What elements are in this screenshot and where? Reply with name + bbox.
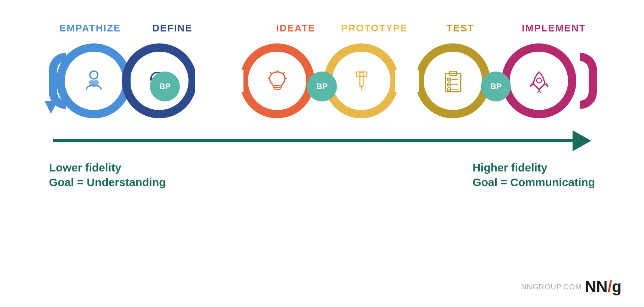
nngroup-site-text: NNGROUP.COM [521,283,582,291]
main-container: EMPATHIZE DEFINE IDEATE PROTOTYPE TEST I… [0,0,644,307]
empathize-icon [81,68,107,94]
goal-communicating-label: Goal = Communicating [472,176,595,189]
svg-point-27 [537,78,542,83]
lower-fidelity-label: Lower fidelity [49,161,166,174]
bottom-labels: Lower fidelity Goal = Understanding High… [42,161,602,189]
svg-rect-5 [274,87,280,89]
arrow-row [42,131,602,150]
svg-point-1 [90,71,98,79]
timeline-arrowhead [573,130,591,151]
nngroup-logo: NNGROUP.COM NN/g [521,278,622,296]
phase-label-ideate: IDEATE [258,22,333,34]
phase-label-define: DEFINE [135,22,210,34]
svg-line-10 [283,72,284,73]
nn-brand-logo: NN/g [585,278,622,296]
circles-area: BP BP [42,38,602,124]
phase-label-implement: IMPLEMENT [516,22,591,34]
label-left: Lower fidelity Goal = Understanding [49,161,166,189]
higher-fidelity-label: Higher fidelity [472,161,595,174]
implement-loop-tail [580,53,597,109]
gap-overlay-2 [395,70,419,92]
svg-line-9 [270,72,271,73]
svg-point-29 [538,91,540,93]
svg-rect-11 [360,73,363,87]
implement-circle [502,43,576,118]
bp-circle-3: BP [481,72,511,101]
label-right: Higher fidelity Goal = Communicating [472,161,595,189]
prototype-icon [350,70,372,92]
phase-label-test: TEST [427,22,494,34]
svg-marker-0 [45,101,58,114]
goal-understanding-label: Goal = Understanding [49,176,166,189]
phase-label-prototype: PROTOTYPE [333,22,415,34]
phase-label-empathize: EMPATHIZE [45,22,135,34]
gap-overlay-1 [195,70,243,92]
ideate-icon [265,69,289,93]
timeline-line [53,139,573,142]
bp-circle-1: BP [150,72,180,101]
empathize-arrow-tail [45,101,58,115]
empathize-circle [56,43,131,118]
phases-row: EMPATHIZE DEFINE IDEATE PROTOTYPE TEST I… [42,22,602,34]
test-icon [441,69,465,93]
bp-circle-2: BP [307,72,337,101]
test-circle [415,43,490,118]
implement-icon [527,69,551,93]
ideate-circle [240,43,315,118]
